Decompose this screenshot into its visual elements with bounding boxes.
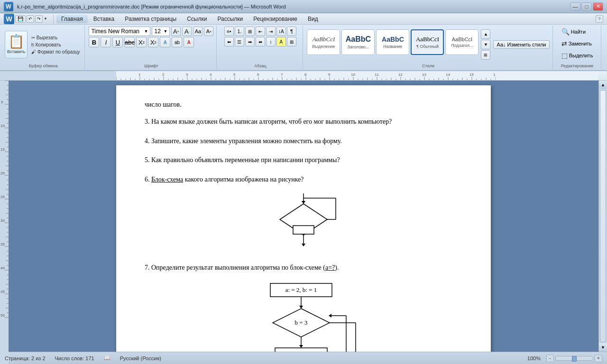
style-normal[interactable]: AaBbCcI ¶ Обычный [411,29,444,55]
styles-extra-buttons: Аа↓ Изменить стили [493,40,549,49]
menu-references[interactable]: Ссылки [182,15,212,23]
para-q6-post: какого алгоритма изображена на рисунке? [183,176,304,183]
text-effects-button[interactable]: A [160,37,170,47]
svg-text:1: 1 [138,73,141,77]
shading-button[interactable]: A [276,37,286,46]
svg-text:50: 50 [0,313,5,318]
svg-text:6: 6 [257,73,259,77]
menu-mailings[interactable]: Рассылки [212,15,248,23]
font-name-selector[interactable]: Times New Roman ▼ [89,27,150,36]
help-button[interactable]: ? [596,15,603,23]
word-count: Число слов: 171 [55,355,94,361]
scroll-down-button[interactable]: ▼ [599,343,607,352]
svg-text:3: 3 [186,73,188,77]
change-styles-button[interactable]: Аа↓ Изменить стили [493,40,549,49]
styles-down[interactable]: ▼ [481,40,490,49]
menu-insert[interactable]: Вставка [89,15,120,23]
style-heading2[interactable]: AaBbC Название [376,29,409,55]
align-center-button[interactable]: ☰ [235,37,244,46]
find-label: Найти [571,29,586,35]
find-icon: 🔍 [561,28,570,36]
scroll-up-button[interactable]: ▲ [599,81,607,89]
strikethrough-button[interactable]: abc [124,37,135,47]
quick-access-dropdown[interactable]: ▼ [44,17,50,21]
svg-text:8: 8 [304,73,307,77]
style-subtitle[interactable]: AaBbCcI Подзагол... [445,29,478,55]
decrease-indent-button[interactable]: ⇤ [256,27,265,36]
multilevel-list-button[interactable]: ⊞ [245,27,255,36]
show-formatting-button[interactable]: ¶ [287,27,296,36]
zoom-in-button[interactable]: + [595,355,602,362]
zoom-controls: - + [546,355,602,362]
superscript-button[interactable]: X2 [148,37,158,47]
menu-home[interactable]: Главная [56,15,88,23]
copy-button[interactable]: ⎘ Копировать [29,42,82,48]
maximize-button[interactable]: □ [581,2,592,11]
minimize-button[interactable]: — [570,2,580,11]
replace-label: Заменить [569,41,592,46]
styles-items: AaBbCcI Выделение AaBbC Заголово... AaBb… [307,27,549,68]
page-info: Страница: 2 из 2 [5,355,46,361]
format-painter-button[interactable]: 🖌 Формат по образцу [29,49,82,55]
change-case-button[interactable]: Aa [193,27,202,36]
underline-button[interactable]: U [112,37,123,47]
select-button[interactable]: ⬚ Выделить [559,50,596,61]
styles-up[interactable]: ▲ [481,29,490,39]
svg-text:16: 16 [493,73,496,77]
align-left-button[interactable]: ⬅ [224,37,234,46]
svg-text:12: 12 [398,73,403,77]
subscript-button[interactable]: X2 [136,37,147,47]
style-heading1[interactable]: AaBbC Заголово... [341,29,375,55]
font-controls: Times New Roman ▼ 12 ▼ A+ A- Aa A× B I U [89,27,213,68]
font-color-button[interactable]: A [184,37,194,47]
format-painter-icon: 🖌 [31,49,36,55]
bullets-button[interactable]: ≡• [224,27,234,36]
bold-button[interactable]: B [89,37,99,47]
borders-button[interactable]: ⊞ [287,37,296,46]
para-q6: 6. Блок-схема какого алгоритма изображен… [145,174,462,185]
zoom-out-button[interactable]: - [546,355,554,362]
select-label: Выделить [569,53,593,58]
svg-marker-177 [299,345,303,348]
text-highlight-button[interactable]: ab [172,37,182,47]
svg-text:b = 3: b = 3 [295,319,308,326]
numbered-list-button[interactable]: 1. [235,27,244,36]
svg-text:9: 9 [328,73,331,77]
editing-label: Редактирование [561,64,594,68]
close-button[interactable]: ✕ [593,2,603,11]
zoom-slider[interactable] [555,356,593,361]
vertical-scrollbar[interactable]: ▲ ▼ [598,81,607,352]
spelling-check-icon[interactable]: 📖 [104,355,110,361]
svg-text:13: 13 [422,73,426,77]
line-spacing-button[interactable]: ↕ [266,37,276,46]
menu-layout[interactable]: Разметка страницы [120,15,181,23]
svg-text:14: 14 [446,73,450,77]
increase-font-button[interactable]: A+ [171,27,181,36]
svg-text:35: 35 [0,242,5,246]
zoom-slider-thumb[interactable] [572,356,577,362]
undo-button[interactable]: ↶ [27,15,34,23]
sort-button[interactable]: ↕A [276,27,286,36]
font-row2: B I U abc X2 X2 A ab A [89,37,194,47]
increase-indent-button[interactable]: ⇥ [266,27,276,36]
para-q7-post: ). [335,264,339,271]
style-selection[interactable]: AaBbCcI Выделение [307,29,340,55]
font-size-selector[interactable]: 12 ▼ [152,27,170,36]
menu-review[interactable]: Рецензирование [248,15,302,23]
decrease-font-button[interactable]: A- [182,27,192,36]
cut-button[interactable]: ✂ Вырезать [29,35,82,41]
clear-formatting-button[interactable]: A× [204,27,213,36]
italic-button[interactable]: I [101,37,111,47]
menu-view[interactable]: Вид [303,15,323,23]
justify-button[interactable]: ⬌ [256,37,265,46]
align-right-button[interactable]: ➡ [245,37,255,46]
paste-button[interactable]: 📋 Вставить [5,31,28,58]
scroll-thumb[interactable] [600,90,606,342]
replace-button[interactable]: ⇄ Заменить [559,38,594,49]
styles-more[interactable]: ⊞ [481,50,490,60]
quick-save[interactable]: 💾 [15,15,26,23]
find-button[interactable]: 🔍 Найти [559,27,588,37]
redo-button[interactable]: ↷ [35,15,43,23]
office-button[interactable]: W [4,14,14,24]
document-page[interactable]: число шагов. 3. На каком языке должен бы… [116,85,491,352]
